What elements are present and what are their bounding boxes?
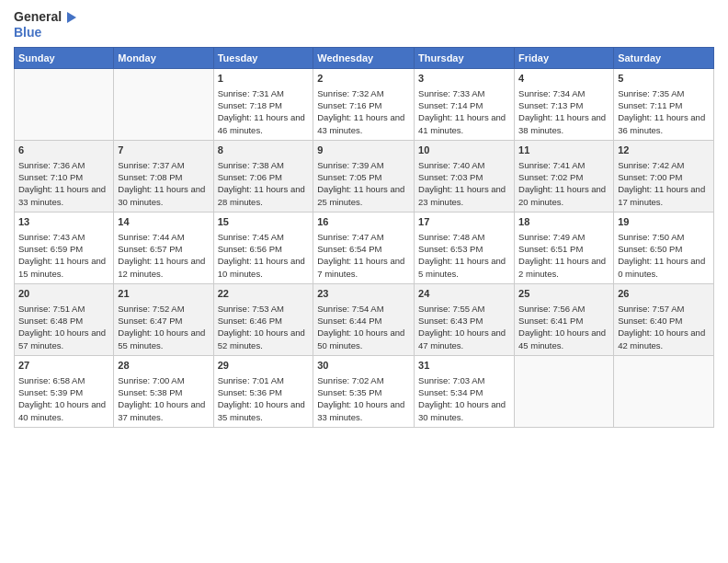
day-info: Sunset: 6:48 PM — [18, 315, 109, 327]
day-info: Sunrise: 7:37 AM — [118, 159, 209, 171]
day-number: 1 — [218, 72, 310, 86]
day-number: 13 — [18, 215, 109, 229]
day-info: Sunset: 7:08 PM — [118, 171, 209, 183]
day-number: 3 — [418, 72, 510, 86]
calendar-cell: 17Sunrise: 7:48 AMSunset: 6:53 PMDayligh… — [415, 213, 515, 284]
day-info: Daylight: 10 hours and 30 minutes. — [418, 398, 510, 423]
day-number: 29 — [218, 359, 310, 373]
day-number: 16 — [317, 215, 410, 229]
calendar-cell: 19Sunrise: 7:50 AMSunset: 6:50 PMDayligh… — [614, 213, 714, 284]
weekday-header: Sunday — [15, 48, 114, 69]
day-info: Daylight: 11 hours and 28 minutes. — [218, 183, 310, 208]
day-info: Sunrise: 7:54 AM — [317, 303, 410, 315]
day-info: Sunset: 6:57 PM — [118, 243, 209, 255]
day-info: Sunrise: 7:33 AM — [418, 87, 510, 99]
day-info: Sunset: 6:44 PM — [317, 315, 410, 327]
day-info: Sunset: 7:14 PM — [418, 99, 510, 111]
calendar-cell: 26Sunrise: 7:57 AMSunset: 6:40 PMDayligh… — [614, 284, 714, 356]
day-number: 24 — [418, 287, 510, 301]
day-info: Daylight: 10 hours and 40 minutes. — [18, 398, 109, 423]
calendar-cell: 13Sunrise: 7:43 AMSunset: 6:59 PMDayligh… — [15, 213, 114, 284]
day-info: Sunrise: 7:32 AM — [317, 87, 410, 99]
day-info: Daylight: 11 hours and 43 minutes. — [317, 111, 410, 136]
calendar-cell — [614, 356, 714, 428]
day-info: Sunset: 7:02 PM — [518, 171, 609, 183]
day-info: Sunrise: 7:44 AM — [118, 231, 209, 243]
calendar-cell: 20Sunrise: 7:51 AMSunset: 6:48 PMDayligh… — [15, 284, 114, 356]
day-info: Daylight: 11 hours and 41 minutes. — [418, 111, 510, 136]
day-number: 28 — [118, 359, 209, 373]
calendar-cell: 1Sunrise: 7:31 AMSunset: 7:18 PMDaylight… — [213, 69, 313, 141]
day-number: 21 — [118, 287, 209, 301]
calendar-cell: 14Sunrise: 7:44 AMSunset: 6:57 PMDayligh… — [114, 213, 213, 284]
calendar-cell: 4Sunrise: 7:34 AMSunset: 7:13 PMDaylight… — [515, 69, 614, 141]
day-info: Sunset: 6:56 PM — [218, 243, 310, 255]
day-info: Sunset: 5:35 PM — [317, 386, 410, 398]
logo-general-text: General — [14, 10, 62, 24]
day-info: Daylight: 10 hours and 50 minutes. — [317, 327, 410, 351]
day-info: Sunrise: 7:50 AM — [618, 231, 710, 243]
calendar-cell: 9Sunrise: 7:39 AMSunset: 7:05 PMDaylight… — [313, 141, 415, 213]
calendar-cell: 3Sunrise: 7:33 AMSunset: 7:14 PMDaylight… — [415, 69, 515, 141]
day-info: Daylight: 11 hours and 2 minutes. — [518, 255, 609, 280]
calendar-cell: 27Sunrise: 6:58 AMSunset: 5:39 PMDayligh… — [15, 356, 114, 428]
day-number: 25 — [518, 287, 609, 301]
day-info: Sunset: 7:16 PM — [317, 99, 410, 111]
calendar-cell: 15Sunrise: 7:45 AMSunset: 6:56 PMDayligh… — [213, 213, 313, 284]
day-info: Sunset: 7:05 PM — [317, 171, 410, 183]
day-number: 15 — [218, 215, 310, 229]
calendar-cell: 25Sunrise: 7:56 AMSunset: 6:41 PMDayligh… — [515, 284, 614, 356]
day-number: 31 — [418, 359, 510, 373]
day-info: Sunrise: 7:34 AM — [518, 87, 609, 99]
day-number: 18 — [518, 215, 609, 229]
calendar-cell: 21Sunrise: 7:52 AMSunset: 6:47 PMDayligh… — [114, 284, 213, 356]
day-info: Daylight: 11 hours and 7 minutes. — [317, 255, 410, 280]
calendar-cell: 10Sunrise: 7:40 AMSunset: 7:03 PMDayligh… — [415, 141, 515, 213]
day-info: Daylight: 11 hours and 12 minutes. — [118, 255, 209, 280]
weekday-header: Monday — [114, 48, 213, 69]
day-info: Sunset: 6:47 PM — [118, 315, 209, 327]
day-info: Daylight: 11 hours and 10 minutes. — [218, 255, 310, 280]
calendar-cell: 8Sunrise: 7:38 AMSunset: 7:06 PMDaylight… — [213, 141, 313, 213]
day-info: Sunset: 6:59 PM — [18, 243, 109, 255]
day-info: Daylight: 11 hours and 15 minutes. — [18, 255, 109, 280]
day-info: Sunset: 7:11 PM — [618, 99, 710, 111]
day-info: Daylight: 11 hours and 30 minutes. — [118, 183, 209, 208]
calendar-cell: 5Sunrise: 7:35 AMSunset: 7:11 PMDaylight… — [614, 69, 714, 141]
day-info: Sunset: 6:50 PM — [618, 243, 710, 255]
day-info: Sunrise: 7:51 AM — [18, 303, 109, 315]
day-info: Daylight: 10 hours and 45 minutes. — [518, 327, 609, 351]
day-info: Sunrise: 7:47 AM — [317, 231, 410, 243]
day-info: Daylight: 10 hours and 35 minutes. — [218, 398, 310, 423]
day-info: Sunset: 7:18 PM — [218, 99, 310, 111]
day-info: Sunrise: 7:38 AM — [218, 159, 310, 171]
logo-wordmark: General Blue — [14, 9, 80, 40]
day-info: Daylight: 10 hours and 33 minutes. — [317, 398, 410, 423]
svg-marker-0 — [67, 12, 76, 23]
day-info: Sunset: 6:54 PM — [317, 243, 410, 255]
day-number: 6 — [18, 144, 109, 157]
day-info: Sunrise: 6:58 AM — [18, 374, 109, 386]
weekday-header: Saturday — [614, 48, 714, 69]
day-number: 8 — [218, 144, 310, 157]
day-info: Sunrise: 7:49 AM — [518, 231, 609, 243]
weekday-header: Tuesday — [213, 48, 313, 69]
day-info: Sunrise: 7:53 AM — [218, 303, 310, 315]
day-info: Sunrise: 7:57 AM — [618, 303, 710, 315]
day-info: Daylight: 10 hours and 52 minutes. — [218, 327, 310, 351]
day-info: Daylight: 11 hours and 38 minutes. — [518, 111, 609, 136]
calendar-cell: 24Sunrise: 7:55 AMSunset: 6:43 PMDayligh… — [415, 284, 515, 356]
day-info: Daylight: 11 hours and 0 minutes. — [618, 255, 710, 280]
day-info: Sunset: 5:34 PM — [418, 386, 510, 398]
day-info: Sunset: 6:53 PM — [418, 243, 510, 255]
day-info: Sunrise: 7:02 AM — [317, 374, 410, 386]
day-info: Daylight: 11 hours and 17 minutes. — [618, 183, 710, 208]
day-info: Daylight: 10 hours and 37 minutes. — [118, 398, 209, 423]
day-info: Daylight: 11 hours and 23 minutes. — [418, 183, 510, 208]
page-container: General Blue SundayMondayTuesdayWednesda… — [0, 0, 728, 437]
logo-arrow-icon — [63, 9, 80, 26]
header: General Blue — [14, 9, 714, 40]
calendar-cell: 18Sunrise: 7:49 AMSunset: 6:51 PMDayligh… — [515, 213, 614, 284]
day-info: Sunrise: 7:01 AM — [218, 374, 310, 386]
day-number: 4 — [518, 72, 609, 86]
